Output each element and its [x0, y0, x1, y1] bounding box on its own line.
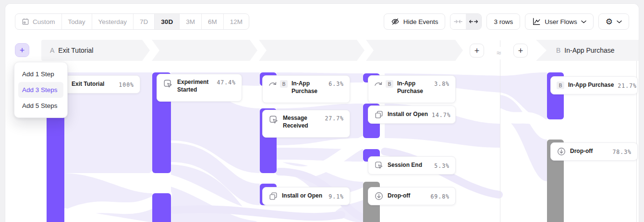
node-in-app-purchase-b[interactable]: B In-App Purchase 21.7%	[550, 76, 638, 94]
date-range-label: Custom	[33, 18, 55, 25]
node-install-or-open-step3[interactable]: Install or Open 9.1%	[262, 187, 350, 205]
date-range-group: Custom Today Yesterday 7D 30D 3M 6M 12M	[15, 13, 249, 30]
date-range-yesterday[interactable]: Yesterday	[92, 14, 134, 29]
rows-label: 3 rows	[494, 18, 513, 25]
event-icon	[163, 79, 173, 89]
node-message-received[interactable]: Message Received 27.7%	[262, 110, 350, 138]
step-title-a: Exit Tutorial	[58, 47, 93, 54]
canvas-right-edge	[636, 40, 637, 222]
section-divider	[500, 40, 500, 222]
skip-arrow-icon	[374, 81, 383, 87]
add-step-button-right[interactable]: +	[513, 44, 528, 58]
node-drop-off-step4[interactable]: Drop-off 69.8%	[368, 187, 456, 205]
date-range-12m[interactable]: 12M	[223, 14, 249, 29]
node-experiment-started[interactable]: Experiment Started 47.4%	[157, 74, 242, 102]
step-header-b[interactable]: B In-App Purchase	[536, 40, 639, 61]
column-width-toggle	[450, 13, 482, 30]
approx-symbol: ≈	[496, 47, 501, 59]
rows-button[interactable]: 3 rows	[486, 13, 520, 30]
node-drop-off-b[interactable]: Drop-off 78.3%	[550, 142, 638, 161]
step-letter-a: A	[50, 47, 54, 54]
flow-canvas: A Exit Tutorial + + ≈ + B In-App Purchas…	[5, 36, 639, 222]
step-title-b: In-App Purchase	[564, 47, 614, 54]
layers-icon	[268, 191, 278, 201]
menu-item-add-3-steps[interactable]: Add 3 Steps	[18, 82, 63, 98]
menu-item-add-1-step[interactable]: Add 1 Step	[18, 66, 63, 82]
hide-events-button[interactable]: Hide Events	[384, 13, 446, 30]
drop-off-icon	[374, 191, 384, 201]
flows-panel: Custom Today Yesterday 7D 30D 3M 6M 12M …	[5, 3, 639, 222]
date-range-30d[interactable]: 30D	[154, 14, 179, 29]
date-range-custom[interactable]: Custom	[15, 14, 61, 29]
date-range-3m[interactable]: 3M	[179, 14, 201, 29]
view-selector-label: User Flows	[545, 18, 577, 25]
chevron-down-icon	[617, 20, 622, 23]
event-b-badge: B	[280, 80, 288, 88]
view-selector-button[interactable]: User Flows	[525, 13, 594, 30]
arrows-outward-icon	[469, 18, 478, 25]
chevron-down-icon	[581, 20, 586, 23]
step-letter-b: B	[556, 47, 560, 54]
node-in-app-purchase-step4[interactable]: B In-App Purchase 3.8%	[368, 75, 456, 103]
step-header-3[interactable]	[259, 40, 365, 61]
collapse-columns-button[interactable]	[450, 14, 466, 29]
gear-icon: ⚙	[606, 18, 613, 26]
date-range-7d[interactable]: 7D	[133, 14, 154, 29]
toolbar: Custom Today Yesterday 7D 30D 3M 6M 12M …	[5, 4, 639, 36]
date-range-6m[interactable]: 6M	[201, 14, 223, 29]
add-steps-menu: Add 1 Step Add 3 Steps Add 5 Steps	[14, 62, 68, 118]
step-header-2[interactable]	[152, 40, 257, 61]
drop-off-icon	[557, 147, 566, 156]
flow-chart-icon	[532, 17, 541, 26]
event-b-badge: B	[557, 82, 564, 89]
toolbar-right-group: Hide Events 3 rows	[384, 13, 629, 30]
arrows-inward-icon	[454, 18, 462, 25]
skip-arrow-icon	[268, 81, 277, 87]
step-header-4[interactable]	[366, 40, 463, 61]
menu-item-add-5-steps[interactable]: Add 5 Steps	[18, 98, 63, 114]
settings-button[interactable]: ⚙	[598, 13, 629, 30]
node-session-end[interactable]: Session End 5.3%	[368, 156, 456, 175]
layers-icon	[374, 110, 384, 119]
eye-off-icon	[391, 17, 400, 26]
node-in-app-purchase-step3[interactable]: B In-App Purchase 6.3%	[262, 75, 350, 103]
hide-events-label: Hide Events	[403, 18, 438, 25]
bar-install-or-open-step2[interactable]	[152, 193, 171, 222]
step-header-1[interactable]: A Exit Tutorial	[41, 40, 150, 61]
calendar-icon	[22, 18, 29, 25]
event-b-badge: B	[386, 80, 393, 88]
event-icon	[268, 115, 279, 125]
add-step-button-middle[interactable]: +	[470, 44, 484, 58]
add-step-button-left[interactable]: +	[15, 43, 29, 57]
node-install-or-open-step4[interactable]: Install or Open 14.7%	[368, 105, 456, 124]
event-icon	[374, 161, 384, 170]
date-range-today[interactable]: Today	[61, 14, 92, 29]
expand-columns-button[interactable]	[466, 14, 481, 29]
